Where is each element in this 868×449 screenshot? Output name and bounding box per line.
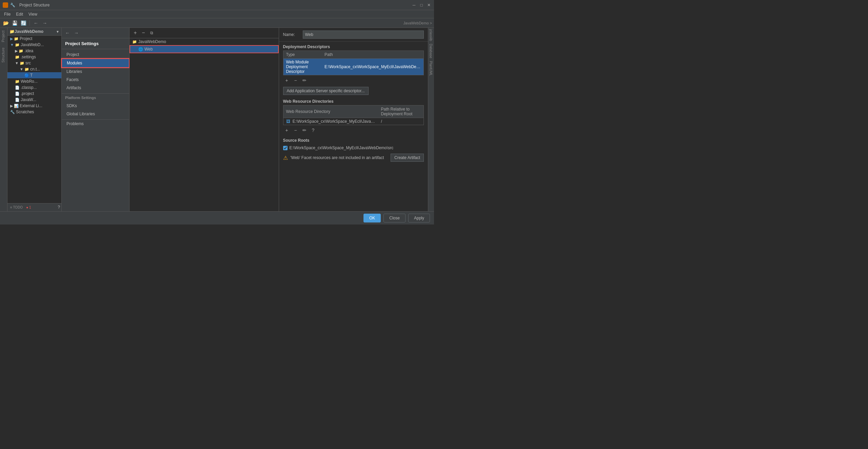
titlebar-title: Project Structure (19, 3, 412, 7)
todo-label[interactable]: ≡ TODO (9, 205, 24, 210)
tree-item-t[interactable]: 🔵 T (7, 72, 61, 78)
settings-item-libraries[interactable]: Libraries (62, 67, 129, 76)
dd-cell-type-0: Web Module Deployment Descriptor (283, 59, 322, 75)
close-btn-dialog[interactable]: Close (383, 214, 406, 222)
add-descriptor-btn[interactable]: Add Application Server specific descript… (283, 87, 369, 95)
module-item-web[interactable]: 🌐 Web (130, 45, 279, 53)
main-toolbar: 📂 💾 🔄 ← → JavaWebDemo > (0, 18, 434, 28)
dd-remove-btn[interactable]: − (292, 77, 299, 84)
source-root-checkbox-0[interactable] (283, 146, 288, 150)
project-file-tree: 📁 JavaWebDemo ▼ ▶ 📁 Project ▼ 📁 JavaWebD… (7, 28, 62, 211)
tree-item-idea[interactable]: ▶ 📁 .idea (7, 48, 61, 54)
module-add-btn[interactable]: + (132, 29, 139, 37)
tree-item-project-label: Project (20, 36, 32, 41)
tree-item-classp[interactable]: 📄 .classp... (7, 84, 61, 91)
help-icon[interactable]: ? (58, 205, 60, 210)
tree-item-project[interactable]: ▶ 📁 Project (7, 36, 61, 42)
dd-edit-btn[interactable]: ✏ (301, 77, 308, 84)
tree-item-cn-label: cn.t... (30, 67, 40, 72)
dd-header-row: Type Path (283, 51, 424, 59)
tree-item-webro[interactable]: 📁 WebRo... (7, 78, 61, 84)
module-tree-toolbar: + − ⧉ (130, 28, 279, 38)
settings-item-global-libraries[interactable]: Global Libraries (62, 110, 129, 118)
dd-add-btn[interactable]: + (283, 77, 291, 84)
tree-item-scratches[interactable]: 🔧 Scratches (7, 109, 61, 115)
settings-item-artifacts[interactable]: Artifacts (62, 84, 129, 92)
project-header-arrow[interactable]: ▼ (56, 30, 59, 34)
dd-row-0[interactable]: Web Module Deployment Descriptor E:\Work… (283, 59, 424, 75)
toolbar-refresh[interactable]: 🔄 (20, 19, 27, 27)
right-tool-database[interactable]: Database (428, 42, 433, 60)
tree-item-project-file-label: .project (21, 91, 34, 96)
wrd-col-relpath: Path Relative to Deployment Root (378, 105, 424, 118)
side-tab-structure[interactable]: Structure (0, 45, 7, 65)
error-badge[interactable]: ● 1 (25, 205, 32, 210)
toolbar-open[interactable]: 📂 (2, 19, 9, 27)
settings-header-label: Project Settings (65, 41, 99, 46)
apply-btn[interactable]: Apply (408, 214, 430, 222)
module-copy-btn[interactable]: ⧉ (148, 29, 155, 37)
right-tool-plantuml[interactable]: PlantUML (428, 60, 433, 77)
titlebar: 🔧 Project Structure ─ □ ✕ (0, 0, 434, 10)
deployment-descriptors-table-container: Type Path Web Module Deployment Descript… (283, 51, 424, 75)
t-icon: 🔵 (24, 73, 29, 78)
wrd-remove-btn[interactable]: − (292, 126, 299, 134)
tree-item-external[interactable]: ▶ 📊 External Li... (7, 103, 61, 109)
right-tools: jclasslib Database PlantUML (428, 28, 434, 211)
settings-item-facets[interactable]: Facets (62, 76, 129, 84)
settings-icon: 📁 (15, 55, 20, 59)
menu-edit[interactable]: Edit (13, 10, 26, 18)
wrd-row-0[interactable]: 🖼 E:\WorkSpace_cx\WorkSpace_MyEcli\JavaW… (283, 118, 424, 125)
external-icon: ▶ 📊 (10, 104, 19, 108)
settings-item-problems[interactable]: Problems (62, 120, 129, 128)
close-btn[interactable]: ✕ (427, 3, 431, 7)
create-artifact-btn[interactable]: Create Artifact (391, 154, 424, 162)
project-name-label: JavaWebDemo (15, 29, 56, 34)
project-name: JavaWebDemo > (403, 21, 432, 25)
settings-item-sdks[interactable]: SDKs (62, 102, 129, 110)
menubar: File Edit View (0, 10, 434, 18)
warning-text: 'Web' Facet resources are not included i… (291, 155, 384, 160)
maximize-btn[interactable]: □ (419, 3, 424, 7)
nav-back-btn[interactable]: ← (64, 29, 71, 37)
menu-file[interactable]: File (1, 10, 13, 18)
nav-forward-btn[interactable]: → (73, 29, 80, 37)
wrd-add-btn[interactable]: + (283, 126, 291, 134)
toolbar-sep (29, 20, 30, 26)
tree-item-settings[interactable]: 📁 .settings (7, 54, 61, 60)
wrd-cell-dir-0: 🖼 E:\WorkSpace_cx\WorkSpace_MyEcli\JavaW… (283, 118, 378, 125)
side-tab-project[interactable]: Project (0, 28, 7, 45)
tree-item-cn[interactable]: ▼ 📁 cn.t... (7, 66, 61, 72)
wrd-help-btn[interactable]: ? (310, 126, 317, 134)
tree-item-project-file[interactable]: 📄 .project (7, 91, 61, 97)
bottom-bar: OK Close Apply (0, 211, 434, 224)
tree-item-javaw[interactable]: 📄 JavaW... (7, 97, 61, 103)
wrd-col-dir: Web Resource Directory (283, 105, 378, 118)
cn-icon: ▼ 📁 (20, 67, 29, 72)
name-input[interactable] (303, 31, 424, 39)
toolbar-back[interactable]: ← (32, 19, 40, 27)
settings-item-project[interactable]: Project (62, 51, 129, 59)
settings-item-modules[interactable]: Modules (62, 59, 129, 67)
right-tool-jclasslib[interactable]: jclasslib (428, 28, 433, 42)
module-item-javawebdemo[interactable]: 📁 JavaWebDemo (130, 38, 279, 45)
classp-icon: 📄 (15, 85, 20, 90)
project-sidebar-bottom: ≡ TODO ● 1 ? (7, 203, 61, 211)
project-header-label: 📁 (9, 29, 15, 34)
minimize-btn[interactable]: ─ (412, 3, 416, 7)
toolbar-forward[interactable]: → (41, 19, 48, 27)
app-icon (3, 2, 8, 8)
tree-item-javawebdemo[interactable]: ▼ 📁 JavaWebD... (7, 42, 61, 48)
warning-icon: ⚠ (283, 155, 288, 161)
tree-item-src[interactable]: ▼ 📁 src (7, 60, 61, 66)
file-tree-scroll: ▶ 📁 Project ▼ 📁 JavaWebD... ▶ 📁 .idea 📁 (7, 36, 61, 203)
module-remove-btn[interactable]: − (140, 29, 147, 37)
tree-item-external-label: External Li... (20, 103, 42, 108)
project-header: 📁 JavaWebDemo ▼ (7, 28, 61, 36)
ok-btn[interactable]: OK (363, 214, 381, 222)
wrd-edit-btn[interactable]: ✏ (301, 126, 308, 134)
window-controls: ─ □ ✕ (412, 3, 431, 7)
menu-view[interactable]: View (26, 10, 40, 18)
web-module-icon: 🌐 (138, 47, 143, 52)
toolbar-save[interactable]: 💾 (11, 19, 18, 27)
